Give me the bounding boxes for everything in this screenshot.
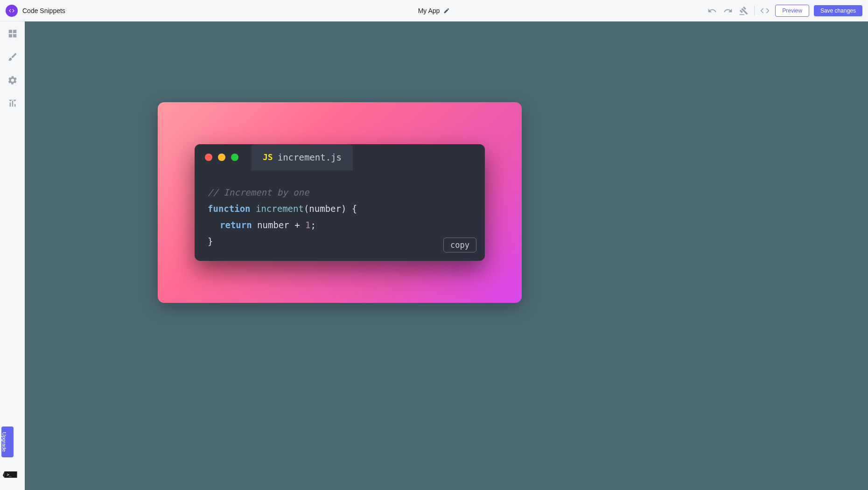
code-icon <box>8 7 15 14</box>
product-label: Code Snippets <box>22 7 65 14</box>
edit-icon[interactable] <box>443 7 450 14</box>
divider <box>754 6 755 15</box>
topbar-left: Code Snippets <box>6 5 291 17</box>
undo-icon[interactable] <box>707 5 718 16</box>
save-button[interactable]: Save changes <box>814 5 862 16</box>
app-name: My App <box>418 7 440 14</box>
gavel-icon[interactable] <box>738 5 749 16</box>
code-toggle-icon[interactable] <box>759 5 770 16</box>
app-logo[interactable] <box>6 5 18 17</box>
preview-button[interactable]: Preview <box>775 5 809 17</box>
topbar: Code Snippets My App Preview Save change… <box>0 0 868 21</box>
topbar-center: My App <box>291 7 577 14</box>
redo-icon[interactable] <box>722 5 734 16</box>
topbar-right: Preview Save changes <box>577 5 862 17</box>
